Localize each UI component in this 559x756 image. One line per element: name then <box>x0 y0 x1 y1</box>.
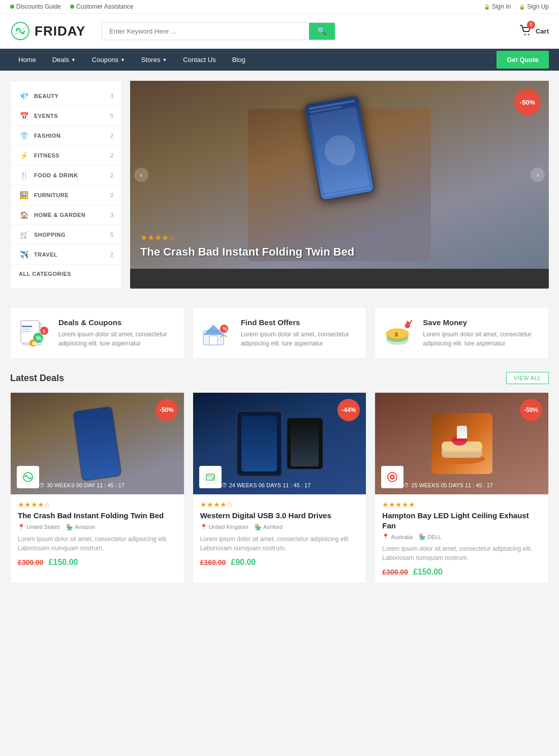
search-input[interactable] <box>102 23 309 40</box>
timer-icon-2: ⏱ <box>222 482 227 488</box>
hero-title: The Crash Bad Instant Folding Twin Bed <box>140 245 354 259</box>
svg-text:%: % <box>223 326 227 332</box>
fitness-count: 2 <box>110 152 113 159</box>
hero-stars: ★★★★☆ <box>140 233 354 242</box>
nav-contact[interactable]: Contact Us <box>175 49 224 71</box>
events-count: 5 <box>110 113 113 119</box>
deal-1-pricing: £300.00 £150.00 <box>18 558 177 567</box>
deal-3-desc: Lorem ipsum dolor sit amet, consectetur … <box>382 544 541 562</box>
latest-deals-title: Latest Deals <box>10 373 64 384</box>
sidebar-item-furniture[interactable]: 🖼️ FURNITURE 2 <box>11 185 121 205</box>
home-count: 3 <box>110 212 113 218</box>
get-quote-button[interactable]: Get Quote <box>496 51 549 69</box>
view-all-button[interactable]: VIEW ALL <box>506 372 549 384</box>
feature-save-money: $ 📍 Save Money Lorem ipsum dolor sit ame… <box>375 307 549 359</box>
discounts-guide-link[interactable]: Discounts Guide <box>10 3 61 10</box>
sidebar-item-beauty[interactable]: 💎 BEAUTY 3 <box>11 86 121 106</box>
hero-next-button[interactable]: › <box>531 168 545 182</box>
sidebar-item-fashion[interactable]: 👕 FASHION 2 <box>11 126 121 146</box>
feature-deals-info: Deals & Coupons Lorem ipsum dolor sit am… <box>58 318 176 348</box>
nav-coupons[interactable]: Coupons ▼ <box>84 49 133 71</box>
sidebar-item-travel[interactable]: ✈️ TRAVEL 2 <box>11 245 121 265</box>
food-icon: 🍴 <box>19 170 29 180</box>
nav-home[interactable]: Home <box>10 49 44 71</box>
logo-icon <box>10 21 30 41</box>
fitness-icon: ⚡ <box>19 150 29 161</box>
deal-1-new-price: £150.00 <box>49 558 78 567</box>
deal-1-timer-text: 30 WEEKS 00 DAY 11 : 45 : 17 <box>47 482 125 488</box>
feature-offers-title: Find Best Offers <box>241 318 358 327</box>
sidebar: 💎 BEAUTY 3 📅 EVENTS 5 👕 FASHION 2 ⚡ FITN… <box>10 81 122 289</box>
deal-2-old-price: £160.00 <box>200 558 226 566</box>
feature-save-title: Save Money <box>423 318 540 327</box>
deal-2-desc: Lorem ipsum dolor sit amet, consectetur … <box>200 534 359 553</box>
beauty-label: BEAUTY <box>34 93 105 99</box>
find-offers-icon: % <box>201 317 234 349</box>
logo[interactable]: FRIDAY <box>10 21 91 41</box>
beauty-icon: 💎 <box>19 91 29 101</box>
sidebar-item-home[interactable]: 🏠 HOME & GARDEN 3 <box>11 205 121 225</box>
food-label: FOOD & DRINK <box>34 172 105 178</box>
assistance-label: Customer Assistance <box>76 3 134 10</box>
features-section: % $ ☎ Deals & Coupons Lorem ipsum dolor … <box>0 299 559 367</box>
deal-1-store: 🏪 Amazon <box>66 524 95 530</box>
deal-1-body: ★★★★☆ The Crash Bad Instant Folding Twin… <box>11 494 184 573</box>
latest-deals-section: Latest Deals VIEW ALL -50% <box>0 367 559 593</box>
deal-card-3: -50% ⏱ 25 WEEKS 05 DAYS 11 : 45 : 17 ★★★… <box>375 392 549 583</box>
save-money-svg: $ 📍 <box>383 317 416 349</box>
travel-icon: ✈️ <box>19 249 29 260</box>
hero-banner: -50% ‹ › ★★★★☆ The Crash Bad Instant Fol… <box>130 81 549 289</box>
travel-count: 2 <box>110 251 113 258</box>
svg-rect-18 <box>209 336 218 345</box>
furniture-icon: 🖼️ <box>19 190 29 200</box>
sidebar-item-events[interactable]: 📅 EVENTS 5 <box>11 106 121 126</box>
search-button[interactable]: 🔍 <box>309 23 335 40</box>
feature-deals-title: Deals & Coupons <box>58 318 176 327</box>
fashion-label: FASHION <box>34 133 105 139</box>
deals-dropdown-arrow: ▼ <box>71 57 76 62</box>
deal-1-name: The Crash Bad Instant Folding Twin Bed <box>18 511 177 521</box>
nav-stores[interactable]: Stores ▼ <box>133 49 175 71</box>
food-count: 2 <box>110 172 113 178</box>
cart-area[interactable]: 0 Cart <box>518 23 549 39</box>
store-3-icon <box>384 469 400 485</box>
deal-3-stars: ★★★★★ <box>382 500 541 509</box>
deal-2-location: 📍 United Kingdom <box>200 524 249 530</box>
deals-coupons-svg: % $ ☎ <box>19 317 51 349</box>
feature-deals-coupons: % $ ☎ Deals & Coupons Lorem ipsum dolor … <box>10 307 184 359</box>
find-offers-svg: % <box>201 317 234 349</box>
deal-2-image: -44% ⏱ 24 WEEKS 06 DAYS 11 : 45 : 17 <box>193 393 366 494</box>
deal-2-new-price: £90.00 <box>231 558 256 567</box>
svg-text:📍: 📍 <box>407 324 411 329</box>
customer-assistance-link[interactable]: Customer Assistance <box>70 3 134 10</box>
timer-icon-3: ⏱ <box>403 482 409 488</box>
deal-1-image: -50% ⏱ 30 WEEKS 00 DAY 11 : 45 : 17 <box>11 393 184 494</box>
cart-icon-wrap: 0 <box>518 23 533 39</box>
beauty-count: 3 <box>110 93 113 99</box>
feature-find-offers: % Find Best Offers Lorem ipsum dolor sit… <box>193 307 367 359</box>
hero-prev-button[interactable]: ‹ <box>134 168 148 182</box>
store-2-icon <box>202 469 219 485</box>
deal-1-meta: 📍 United States 🏪 Amazon <box>18 524 177 530</box>
sidebar-item-shopping[interactable]: 🛒 SHOPPING 5 <box>11 225 121 245</box>
svg-point-3 <box>22 32 24 34</box>
deal-1-discount: -50% <box>156 399 178 421</box>
timer-icon: ⏱ <box>39 482 45 488</box>
hero-background: -50% ‹ › ★★★★☆ The Crash Bad Instant Fol… <box>130 81 549 269</box>
lock-icon <box>484 3 490 10</box>
deal-3-meta: 📍 Australia 🏪 DELL <box>382 533 541 540</box>
sidebar-item-fitness[interactable]: ⚡ FITNESS 2 <box>11 146 121 166</box>
top-bar-right: Sign In Sign Up <box>484 3 549 10</box>
all-categories-link[interactable]: ALL CATEGORIES <box>11 265 121 283</box>
deal-3-timer-text: 25 WEEKS 05 DAYS 11 : 45 : 17 <box>411 482 493 488</box>
sign-up-link[interactable]: Sign Up <box>519 3 549 10</box>
deal-3-pricing: £300.00 £150.00 <box>382 568 541 577</box>
nav-blog[interactable]: Blog <box>224 49 254 71</box>
svg-point-37 <box>391 476 393 478</box>
sign-in-link[interactable]: Sign In <box>484 3 511 10</box>
deal-card-1: -50% ⏱ 30 WEEKS 00 DAY 11 : 45 : 17 <box>10 392 184 583</box>
sidebar-item-food[interactable]: 🍴 FOOD & DRINK 2 <box>11 166 121 185</box>
nav-deals[interactable]: Deals ▼ <box>44 49 84 71</box>
svg-rect-8 <box>22 326 32 327</box>
deal-1-timer: ⏱ 30 WEEKS 00 DAY 11 : 45 : 17 <box>39 482 184 488</box>
